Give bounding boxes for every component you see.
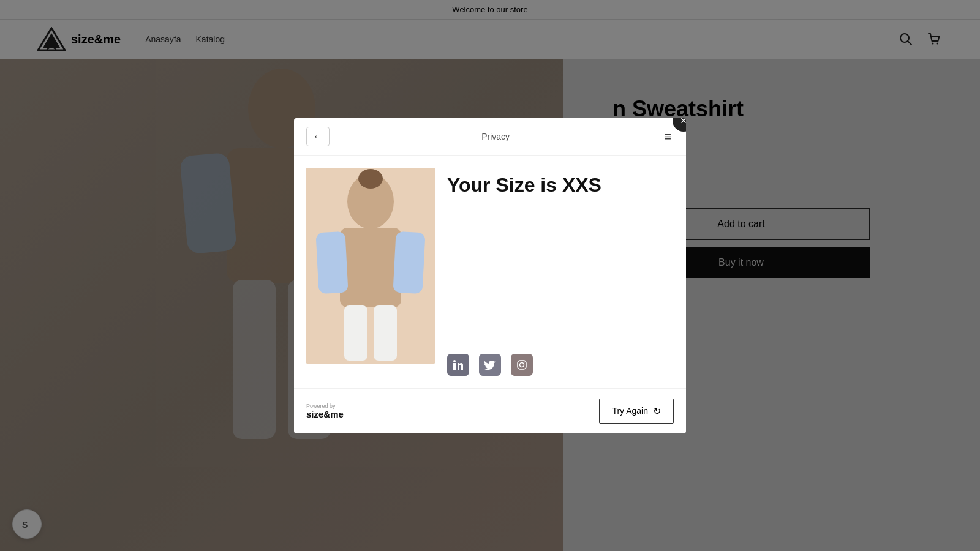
size-result-title: Your Size is XXS (447, 174, 674, 197)
svg-rect-24 (344, 305, 368, 361)
instagram-icon[interactable] (511, 354, 533, 376)
twitter-icon[interactable] (479, 354, 501, 376)
close-icon: × (680, 118, 686, 126)
modal-back-button[interactable]: ← (306, 127, 330, 146)
size-result-modal: × ← Privacy ≡ (294, 118, 686, 433)
twitter-logo-icon (484, 359, 496, 371)
modal-content-right: Your Size is XXS (447, 168, 674, 376)
modal-menu-button[interactable]: ≡ (662, 128, 674, 145)
svg-point-29 (520, 362, 524, 367)
instagram-logo-icon (516, 359, 528, 371)
svg-point-30 (524, 361, 526, 362)
modal-product-thumbnail (306, 168, 435, 364)
svg-point-20 (358, 169, 383, 189)
svg-point-27 (453, 360, 456, 362)
modal-overlay: × ← Privacy ≡ (0, 0, 980, 551)
powered-by-label: Powered by (306, 403, 344, 409)
refresh-icon: ↻ (653, 405, 661, 417)
svg-rect-22 (315, 231, 348, 293)
svg-rect-26 (453, 363, 456, 370)
try-again-label: Try Again (612, 406, 648, 416)
linkedin-icon[interactable] (447, 354, 469, 376)
menu-icon: ≡ (664, 130, 671, 143)
modal-body: Your Size is XXS (294, 156, 686, 388)
svg-rect-21 (340, 228, 401, 307)
modal-footer: Powered by size&me Try Again ↻ (294, 388, 686, 433)
try-again-button[interactable]: Try Again ↻ (599, 399, 674, 424)
back-icon: ← (313, 131, 323, 142)
modal-privacy-label: Privacy (481, 132, 510, 141)
social-icons (447, 317, 674, 376)
modal-header: ← Privacy ≡ (294, 118, 686, 156)
powered-by: Powered by size&me (306, 403, 344, 419)
linkedin-logo-icon (452, 359, 464, 371)
thumbnail-figure-icon (306, 168, 435, 364)
svg-rect-25 (374, 305, 397, 361)
powered-by-brand: size&me (306, 409, 344, 419)
svg-rect-23 (393, 231, 425, 293)
